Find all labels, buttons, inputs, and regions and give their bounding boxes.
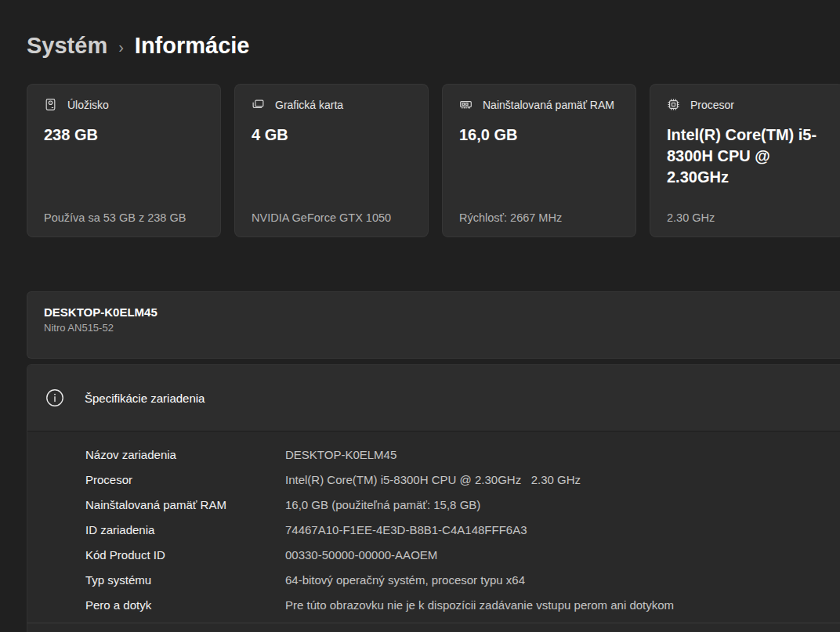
spec-table: Názov zariadenia DESKTOP-K0ELM45 Proceso…	[27, 432, 840, 623]
card-footer: 2.30 GHz	[667, 211, 832, 224]
cpu-icon	[667, 98, 680, 111]
card-footer: Používa sa 53 GB z 238 GB	[44, 211, 209, 224]
gpu-icon	[252, 98, 265, 111]
spec-row-product-id: Kód Product ID 00330-50000-00000-AAOEM	[27, 542, 840, 567]
card-title: Procesor	[690, 99, 734, 111]
section-title: Špecifikácie zariadenia	[85, 392, 205, 405]
summary-cards-row: Úložisko 238 GB Používa sa 53 GB z 238 G…	[27, 84, 840, 237]
card-graphics: Grafická karta 4 GB NVIDIA GeForce GTX 1…	[234, 84, 429, 237]
card-ram: Nainštalovaná pamäť RAM 16,0 GB Rýchlosť…	[442, 84, 636, 237]
card-value: Intel(R) Core(TM) i5-8300H CPU @ 2.30GHz	[667, 125, 827, 188]
spec-row-system-type: Typ systému 64-bitový operačný systém, p…	[27, 567, 840, 592]
device-specifications-card: Špecifikácie zariadenia Názov zariadenia…	[27, 364, 840, 632]
card-footer: Rýchlosť: 2667 MHz	[459, 211, 625, 224]
device-name-card: DESKTOP-K0ELM45 Nitro AN515-52	[27, 291, 840, 359]
breadcrumb: Systém › Informácie	[27, 33, 250, 59]
device-name: DESKTOP-K0ELM45	[44, 305, 827, 319]
card-storage: Úložisko 238 GB Používa sa 53 GB z 238 G…	[27, 84, 221, 237]
info-icon	[45, 388, 64, 407]
divider	[27, 623, 840, 623]
device-model: Nitro AN515-52	[44, 322, 827, 334]
breadcrumb-parent-system[interactable]: Systém	[27, 33, 107, 59]
spec-row-pen-touch: Pero a dotyk Pre túto obrazovku nie je k…	[27, 592, 840, 617]
card-value: 4 GB	[252, 125, 411, 146]
card-title: Grafická karta	[275, 99, 343, 111]
chevron-right-icon: ›	[118, 36, 124, 56]
page-title: Informácie	[135, 33, 250, 59]
harddrive-icon	[44, 98, 57, 111]
card-title: Nainštalovaná pamäť RAM	[483, 99, 614, 111]
spec-row-device-id: ID zariadenia 74467A10-F1EE-4E3D-B8B1-C4…	[27, 517, 840, 542]
card-value: 16,0 GB	[459, 125, 619, 146]
device-specifications-expander[interactable]: Špecifikácie zariadenia	[27, 365, 840, 432]
card-title: Úložisko	[67, 99, 109, 111]
spec-row-ram: Nainštalovaná pamäť RAM 16,0 GB (použite…	[27, 492, 840, 517]
spec-row-processor: Procesor Intel(R) Core(TM) i5-8300H CPU …	[27, 467, 840, 492]
card-processor: Procesor Intel(R) Core(TM) i5-8300H CPU …	[650, 84, 840, 237]
spec-row-device-name: Názov zariadenia DESKTOP-K0ELM45	[27, 442, 840, 467]
ram-icon	[459, 98, 472, 111]
card-footer: NVIDIA GeForce GTX 1050	[252, 211, 417, 224]
card-value: 238 GB	[44, 125, 204, 146]
